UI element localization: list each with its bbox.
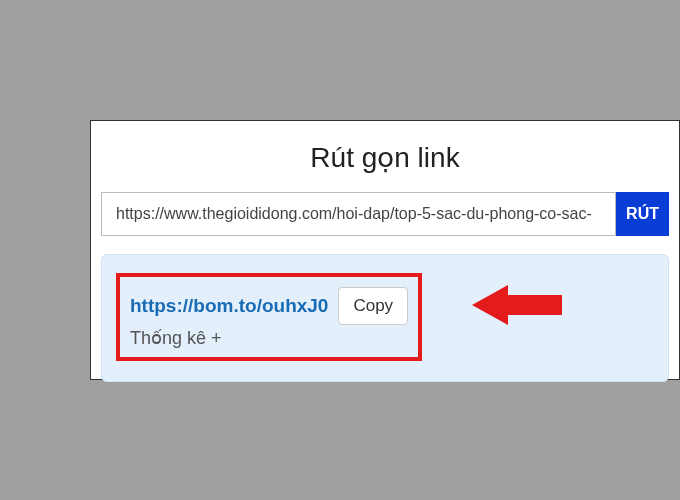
- page-title: Rút gọn link: [101, 141, 669, 174]
- stats-link[interactable]: Thống kê +: [130, 327, 408, 349]
- copy-button[interactable]: Copy: [338, 287, 408, 325]
- shortener-card: Rút gọn link RÚT https://bom.to/ouhxJ0 C…: [90, 120, 680, 380]
- result-panel: https://bom.to/ouhxJ0 Copy Thống kê +: [101, 254, 669, 382]
- short-link-row: https://bom.to/ouhxJ0 Copy: [130, 287, 408, 325]
- shorten-button[interactable]: RÚT: [616, 192, 669, 236]
- highlight-box: https://bom.to/ouhxJ0 Copy Thống kê +: [116, 273, 422, 361]
- shortened-link[interactable]: https://bom.to/ouhxJ0: [130, 295, 328, 317]
- svg-marker-0: [472, 285, 562, 325]
- arrow-icon: [472, 281, 562, 329]
- url-input[interactable]: [101, 192, 616, 236]
- input-row: RÚT: [101, 192, 669, 236]
